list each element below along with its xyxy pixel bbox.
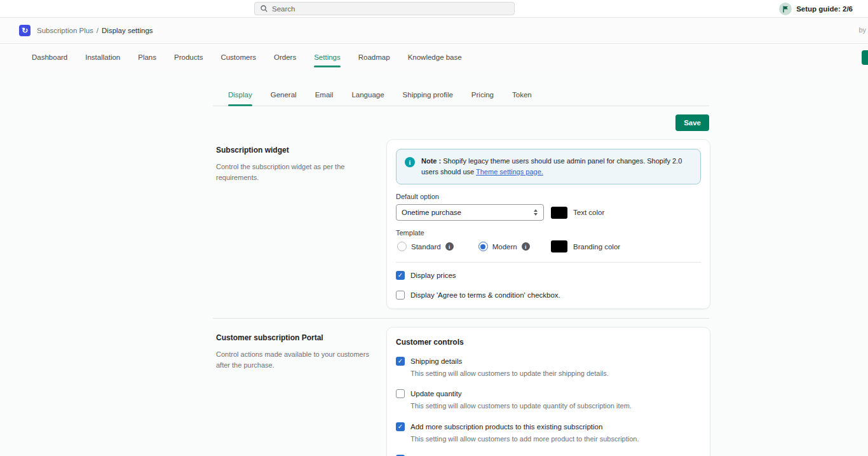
- add-subscription-products-description: This setting will allow customers to add…: [410, 434, 701, 444]
- default-option-label: Default option: [396, 193, 701, 200]
- display-terms-checkbox[interactable]: [396, 291, 405, 300]
- shipping-details-label: Shipping details: [410, 357, 462, 365]
- subtab-display[interactable]: Display: [228, 85, 252, 106]
- template-label: Template: [396, 229, 701, 237]
- card-divider: [396, 262, 701, 263]
- template-radio-group: Standard i Modern i: [396, 242, 544, 251]
- display-terms-row: Display 'Agree to terms & condition' che…: [396, 291, 701, 300]
- offscreen-button-edge[interactable]: [862, 50, 868, 65]
- breadcrumb: Subscription Plus / Display settings: [37, 27, 153, 34]
- modern-radio-label: Modern: [492, 243, 517, 251]
- section-divider: [213, 318, 709, 319]
- info-icon: i: [405, 157, 415, 167]
- portal-section-intro: Customer subscription Portal Control act…: [216, 327, 386, 371]
- tab-dashboard[interactable]: Dashboard: [32, 44, 67, 71]
- subtab-token[interactable]: Token: [512, 85, 532, 106]
- app-header: ↻ Subscription Plus / Display settings b…: [0, 18, 868, 44]
- search-icon: [261, 5, 268, 12]
- setup-guide-label: Setup guide: 2/6: [796, 5, 853, 13]
- text-color-field: Text color: [551, 207, 604, 219]
- tab-customers[interactable]: Customers: [220, 44, 256, 71]
- subtab-pricing[interactable]: Pricing: [471, 85, 494, 106]
- widget-settings-card: i Note : Shopify legacy theme users shou…: [386, 139, 710, 309]
- modern-radio[interactable]: [478, 242, 488, 251]
- setup-guide-button[interactable]: Setup guide: 2/6: [779, 1, 853, 17]
- byline-text: by: [858, 26, 866, 34]
- note-body: Shopify legacy theme users should use ad…: [421, 157, 682, 176]
- subtab-shipping-profile[interactable]: Shipping profile: [403, 85, 453, 106]
- save-button[interactable]: Save: [675, 114, 709, 131]
- display-prices-checkbox[interactable]: ✓: [396, 271, 405, 280]
- tab-plans[interactable]: Plans: [138, 44, 156, 71]
- subscription-plus-logo-icon: ↻: [19, 25, 31, 36]
- subscription-widget-section: Subscription widget Control the subscrip…: [216, 139, 868, 309]
- tab-roadmap[interactable]: Roadmap: [358, 44, 390, 71]
- customer-controls-title: Customer controls: [396, 338, 701, 347]
- subtab-email[interactable]: Email: [315, 85, 334, 106]
- add-subscription-products-label: Add more subscription products to this e…: [410, 423, 602, 431]
- update-quantity-description: This setting will allow customers to upd…: [410, 401, 701, 411]
- theme-settings-link[interactable]: Theme settings page.: [476, 168, 543, 176]
- template-option-standard: Standard i: [397, 242, 454, 251]
- shipping-details-control: ✓ Shipping details This setting will all…: [396, 357, 701, 378]
- branding-color-swatch[interactable]: [551, 240, 567, 252]
- tab-installation[interactable]: Installation: [85, 44, 120, 71]
- select-stepper-icon: [533, 209, 538, 216]
- subtab-general[interactable]: General: [271, 85, 297, 106]
- widget-section-description: Control the subscription widget as per t…: [216, 162, 376, 183]
- tab-products[interactable]: Products: [174, 44, 203, 71]
- shipping-details-description: This setting will allow customers to upd…: [410, 369, 701, 378]
- template-option-modern: Modern i: [478, 242, 530, 251]
- top-bar: Search Setup guide: 2/6: [0, 0, 868, 18]
- breadcrumb-separator: /: [97, 27, 98, 34]
- info-banner: i Note : Shopify legacy theme users shou…: [396, 149, 701, 184]
- flag-icon: [779, 3, 792, 15]
- tab-settings[interactable]: Settings: [314, 44, 341, 71]
- text-color-label: Text color: [573, 209, 604, 216]
- display-terms-label: Display 'Agree to terms & condition' che…: [410, 291, 560, 299]
- widget-section-title: Subscription widget: [216, 146, 386, 155]
- search-placeholder: Search: [272, 5, 295, 13]
- add-subscription-products-checkbox[interactable]: ✓: [396, 422, 405, 431]
- standard-info-icon[interactable]: i: [445, 242, 454, 251]
- standard-radio-label: Standard: [411, 243, 441, 251]
- portal-section-title: Customer subscription Portal: [216, 333, 386, 342]
- settings-subnav: Display General Email Language Shipping …: [213, 85, 709, 106]
- portal-section-description: Control actions made available to your c…: [216, 349, 376, 371]
- text-color-swatch[interactable]: [551, 207, 567, 219]
- page-title: Display settings: [102, 27, 153, 34]
- default-option-select[interactable]: Onetime purchase: [396, 204, 544, 221]
- modern-info-icon[interactable]: i: [522, 242, 530, 251]
- update-quantity-label: Update quantity: [410, 390, 462, 397]
- note-label: Note :: [421, 157, 441, 165]
- branding-color-label: Branding color: [573, 243, 620, 251]
- tab-knowledge-base[interactable]: Knowledge base: [408, 44, 462, 71]
- subtab-language[interactable]: Language: [351, 85, 384, 106]
- tab-orders[interactable]: Orders: [274, 44, 296, 71]
- toolbar: Save: [213, 114, 709, 131]
- display-prices-label: Display prices: [410, 272, 456, 279]
- add-subscription-products-control: ✓ Add more subscription products to this…: [396, 422, 701, 444]
- customer-controls-card: Customer controls ✓ Shipping details Thi…: [386, 327, 710, 456]
- shipping-details-checkbox[interactable]: ✓: [396, 357, 405, 366]
- default-option-value: Onetime purchase: [402, 209, 461, 216]
- breadcrumb-app-name[interactable]: Subscription Plus: [37, 27, 93, 34]
- info-banner-text: Note : Shopify legacy theme users should…: [421, 156, 692, 177]
- display-prices-row: ✓ Display prices: [396, 271, 701, 280]
- branding-color-field: Branding color: [551, 240, 620, 252]
- search-input[interactable]: Search: [254, 2, 515, 15]
- widget-section-intro: Subscription widget Control the subscrip…: [216, 139, 386, 183]
- main-nav: Dashboard Installation Plans Products Cu…: [0, 44, 868, 71]
- update-quantity-checkbox[interactable]: [396, 389, 405, 398]
- standard-radio[interactable]: [397, 242, 407, 251]
- update-quantity-control: Update quantity This setting will allow …: [396, 389, 701, 411]
- customer-portal-section: Customer subscription Portal Control act…: [216, 327, 868, 456]
